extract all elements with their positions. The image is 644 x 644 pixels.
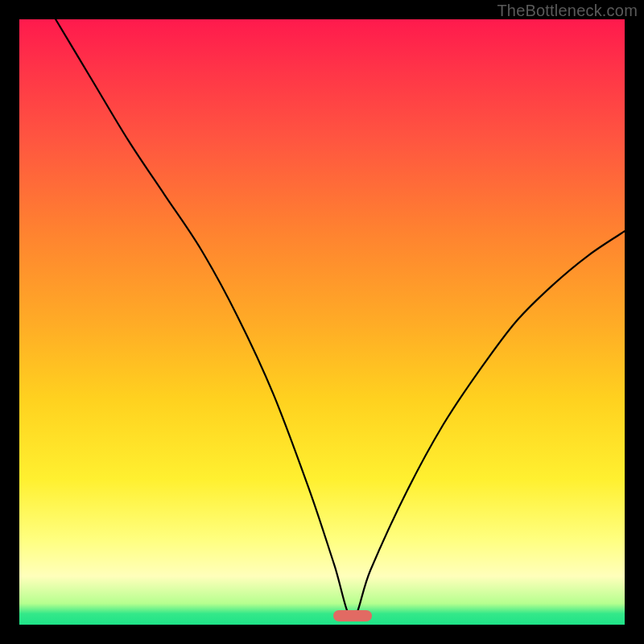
plot-area: [19, 19, 625, 625]
minimum-marker: [333, 610, 372, 621]
watermark-text: TheBottleneck.com: [497, 2, 638, 20]
chart-frame: [19, 19, 625, 625]
background-gradient: [19, 19, 625, 625]
